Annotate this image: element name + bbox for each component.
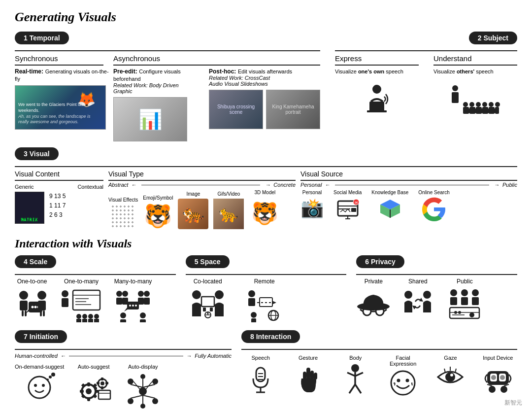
svg-point-62 [135,305,137,307]
speaker-icon [357,79,397,119]
svg-rect-30 [22,310,24,316]
svg-point-68 [140,312,146,318]
svg-point-7 [476,102,481,107]
preedit-label: Pre-edit: [113,68,137,75]
svg-rect-18 [476,107,482,114]
svg-rect-17 [469,107,475,114]
svg-rect-73 [201,297,214,307]
tiger-3d: 🐯 [249,197,281,229]
emoji-icon: 🐯 [144,203,172,229]
visual-content-header: Visual Content [15,170,103,178]
svg-rect-3 [452,92,459,103]
on-demand-icon [22,373,57,410]
temporal-badge: 1 Temporal [15,32,69,44]
svg-line-163 [355,373,363,376]
gaze-label: Gaze [444,355,457,361]
express-label: Express [335,54,419,63]
visual-effects-item: Visual Effects [108,197,138,229]
posthoc-image2: King Kamehameha portrait [266,90,320,129]
posthoc-col: Post-hoc: Edit visuals afterwards Relate… [209,68,320,141]
svg-rect-19 [482,107,488,114]
speech-item: Speech [241,355,280,396]
svg-rect-41 [62,298,68,307]
svg-rect-52 [82,319,87,322]
visual-content-col: Visual Content Generic Contextual MATRIX… [15,170,103,224]
emoji-symbol-item: Emoji/Symbol 🐯 [143,195,173,229]
page-title: Generating Visuals [15,10,517,25]
svg-rect-103 [472,297,479,305]
space-items: Co-located Remote [186,278,347,322]
gifs-video-item: Gifs/Video 🐆 [213,191,244,229]
svg-rect-131 [105,382,108,384]
svg-rect-54 [94,319,99,322]
visual-section: 3 Visual Visual Content Generic Contextu… [15,147,517,229]
co-located-item: Co-located [186,278,230,322]
on-demand-item: On-demand-suggest [15,364,64,410]
svg-point-160 [351,364,359,372]
many-to-many-item: Many-to-many [113,278,153,322]
gif-icon: 🐆 [213,199,244,229]
generic-label: Generic [15,184,34,190]
scale-items: One-to-one [15,278,176,322]
svg-point-99 [461,289,468,296]
visual-source-header: Visual Source [300,170,517,178]
svg-line-145 [143,395,155,398]
svg-point-180 [500,386,507,393]
facial-label: FacialExpression [390,355,416,367]
svg-line-144 [131,395,143,398]
svg-point-49 [88,314,93,319]
svg-rect-74 [203,308,206,311]
svg-point-28 [19,291,28,300]
human-auto-label: Human-controlled ←→ Fully Automatic [15,353,232,359]
svg-line-162 [347,373,355,376]
svg-point-78 [248,290,255,297]
remote-icon [245,288,284,322]
svg-point-71 [192,290,201,299]
svg-rect-157 [310,371,314,379]
interaction8-items: Speech Gesture [241,355,517,397]
preedit-image: 📊 [113,97,187,141]
svg-rect-66 [144,298,150,305]
interaction8-section: 8 Interaction Speech Gesture [241,330,517,410]
svg-point-177 [491,375,496,380]
private-icon [356,288,391,320]
shared-label: Shared [408,278,428,285]
svg-point-34 [34,306,37,309]
matrix-image: MATRIX [15,192,44,224]
svg-point-63 [138,291,144,297]
svg-rect-102 [461,297,468,305]
svg-point-170 [450,374,453,377]
body-label: Body [349,355,362,361]
svg-point-36 [37,291,46,300]
svg-rect-129 [101,386,103,389]
svg-rect-51 [76,319,81,322]
svg-rect-38 [40,310,42,316]
svg-point-169 [445,372,455,382]
svg-rect-37 [38,301,46,310]
subject-badge: 2 Subject [469,32,517,44]
body-icon [344,364,366,396]
svg-point-47 [76,314,81,319]
one-to-one-icon [15,288,49,322]
abstract-label: Abstract [108,182,128,188]
visual-type-col: Visual Type Abstract ←→ Concrete Visual … [108,170,296,229]
svg-point-50 [94,314,99,319]
understand-desc: Visualize others' speech [433,69,517,74]
initiation-section: 7 Initiation Human-controlled ←→ Fully A… [15,330,232,410]
one-to-many-icon [59,288,103,322]
svg-point-115 [51,373,55,377]
svg-rect-119 [87,397,90,401]
svg-point-137 [152,378,158,384]
many-to-many-label: Many-to-many [114,278,152,285]
remote-item: Remote [245,278,284,322]
photos-icon: 📸 [300,197,324,219]
svg-point-108 [454,311,457,314]
online-search-source: Online Search [418,190,449,222]
section-title2: Interaction with Visuals [15,237,517,250]
remote-label: Remote [254,278,275,285]
svg-rect-57 [116,298,122,305]
co-located-label: Co-located [194,278,222,285]
svg-rect-159 [314,373,317,379]
public-item: Public [445,278,484,320]
svg-point-168 [405,379,409,382]
